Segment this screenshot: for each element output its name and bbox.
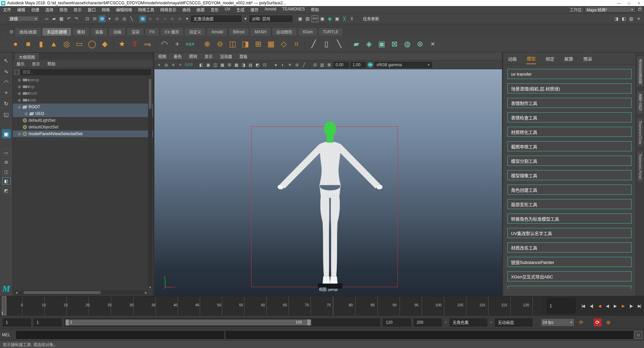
viewport-toolbar-icon[interactable]: ◧	[198, 62, 204, 68]
viewport-menu-item[interactable]: 着色	[170, 53, 185, 59]
tool-button[interactable]: 表情检查工具	[507, 112, 632, 122]
viewport-toolbar-icon[interactable]: ╱	[301, 62, 307, 68]
playback-button[interactable]: ▶	[614, 304, 616, 308]
sidebar-toggle-icon[interactable]: ≡	[635, 15, 642, 22]
shelf-tool-icon[interactable]: ⌗	[290, 38, 303, 50]
workspace-select[interactable]: Maya 经典*▼	[585, 7, 635, 12]
dock-tab[interactable]: 通道盒/层编辑器	[636, 56, 644, 87]
shelf-tab[interactable]: Bifrost	[228, 28, 249, 36]
snap-icon[interactable]: ∩	[147, 15, 153, 22]
render-icon[interactable]: ▣	[334, 15, 340, 22]
viewport-toolbar-icon[interactable]: ⊡	[261, 62, 268, 68]
render-icon[interactable]: ▤	[304, 15, 311, 22]
shelf-menu-icon[interactable]: ⊟	[8, 28, 15, 35]
layout-shortcut-button[interactable]: ◫	[2, 168, 11, 175]
timeline-ruler[interactable]: 1 51015202530354045505560657075808590951…	[0, 296, 544, 315]
undo-icon[interactable]: ↶	[65, 15, 72, 22]
viewport-toolbar-icon[interactable]: ▥	[319, 62, 325, 68]
shelf-tool-icon[interactable]: ★	[116, 38, 128, 50]
viewport-toolbar-icon[interactable]: ◫	[212, 62, 219, 68]
tool-panel-tab[interactable]: 预演	[583, 53, 593, 64]
tool-panel-tab[interactable]: 动画	[507, 53, 517, 64]
shelf-tab[interactable]: TURTLE	[318, 28, 343, 36]
sidebar-toggle-icon[interactable]: ▥	[628, 15, 635, 22]
range-slider[interactable]: 1 120	[64, 318, 380, 326]
shelf-tool-icon[interactable]: ◍	[401, 38, 413, 50]
sidebar-toggle-icon[interactable]: ◨	[613, 15, 620, 22]
tool-panel-tab[interactable]: 解算	[564, 53, 574, 64]
tool-icon[interactable]: ◠	[2, 77, 11, 87]
tool-button[interactable]: 链接SubstancePainter	[507, 257, 632, 267]
shelf-tool-icon[interactable]: ●	[9, 38, 21, 50]
selection-mode-icon[interactable]: ⊟	[91, 15, 98, 22]
tool-button[interactable]: uv transfer	[507, 69, 632, 79]
menu-item[interactable]: UV	[222, 7, 233, 12]
view-transform-select[interactable]: sRGB gamma▼	[374, 62, 432, 68]
shelf-tool-icon[interactable]: ◯	[86, 38, 98, 50]
animation-start-field[interactable]: 1	[3, 318, 31, 326]
outliner-title-tab[interactable]: 大纲视图	[15, 53, 39, 60]
outliner-row[interactable]: ⊞ persp	[13, 77, 153, 83]
tool-icon[interactable]: ◱	[2, 110, 11, 119]
outliner-row[interactable]: ⊞ side	[13, 97, 153, 104]
character-set-field[interactable]: 无角色集	[450, 318, 487, 326]
shelf-tab[interactable]: 自定义	[184, 28, 206, 36]
shelf-tab[interactable]: MASH	[250, 28, 271, 36]
task-update-button[interactable]: 任务更新	[360, 16, 382, 22]
shelf-tool-icon[interactable]: ◆	[99, 38, 111, 50]
playback-button[interactable]: |◀	[582, 304, 584, 308]
shelf-tool-icon[interactable]: ◨	[239, 38, 251, 50]
shelf-tool-icon[interactable]: ◈	[363, 38, 375, 50]
snap-icon[interactable]: ∩	[154, 15, 161, 22]
shelf-icons-grip[interactable]: ⋮⋮	[1, 42, 9, 46]
shelf-tool-icon[interactable]: ◎	[60, 38, 73, 50]
menu-item[interactable]: 窗口	[85, 7, 99, 12]
group-grip[interactable]: ⋮⋮	[0, 17, 7, 21]
viewport-toolbar-icon[interactable]: ⊟	[312, 62, 318, 68]
playback-start-field[interactable]: 1	[34, 318, 62, 326]
viewport-toolbar-icon[interactable]: ◎	[163, 62, 170, 68]
tool-button[interactable]: 材质转化工具	[507, 127, 632, 137]
outliner-menu-item[interactable]: 展示	[13, 61, 28, 67]
shelf-tool-icon[interactable]: ◫	[227, 38, 239, 50]
menu-item[interactable]: 文件	[0, 7, 14, 12]
maximize-button[interactable]: □	[624, 1, 634, 5]
playback-button[interactable]: ◀	[606, 304, 608, 308]
outliner-menu-item[interactable]: 帮助	[44, 61, 59, 67]
tool-button[interactable]: 模型镜像工具	[507, 170, 632, 180]
dock-tab[interactable]: TeamonesTools	[637, 117, 643, 147]
snap-icon[interactable]: ∩	[162, 15, 168, 22]
command-input[interactable]	[16, 331, 224, 339]
tool-button[interactable]: 转换角色为标准模型工具	[507, 214, 632, 224]
tool-button[interactable]: 材质改名工具	[507, 242, 632, 253]
menu-item[interactable]: 修改	[56, 7, 71, 12]
viewport-toolbar-icon[interactable]: +	[177, 62, 184, 68]
outliner-horizontal-scrollbar[interactable]: ◀▶	[14, 291, 148, 295]
tool-icon[interactable]: ∿	[2, 67, 11, 76]
shelf-tool-icon[interactable]: ⊠	[388, 38, 401, 50]
viewport-toolbar-icon[interactable]: ●	[272, 62, 279, 68]
layout-shortcut-button[interactable]: ▭	[2, 149, 11, 156]
selection-mode-icon[interactable]: ▾	[106, 15, 113, 22]
shelf-tab[interactable]: Arnold	[206, 28, 228, 36]
viewport-toolbar-icon[interactable]: ◩	[254, 62, 261, 68]
fps-select[interactable]: 24 fps▼	[541, 318, 574, 326]
tool-button[interactable]: UV集改默认名字工具	[507, 228, 632, 238]
shelf-tab[interactable]: FX 缓存	[160, 28, 184, 36]
shelf-tool-icon[interactable]: svg	[141, 38, 153, 50]
anim-layer-field[interactable]: 无动画层	[495, 318, 533, 326]
layout-shortcut-button[interactable]: ◧	[2, 177, 11, 185]
tool-button[interactable]: 场景清理(相机,层,材质球)	[507, 83, 632, 93]
tool-button[interactable]: 模型分割工具	[507, 156, 632, 166]
playback-button[interactable]: ◀|	[590, 304, 593, 308]
shelf-tab[interactable]: XGen	[298, 28, 318, 36]
menu-item[interactable]: 网格工具	[135, 7, 157, 12]
tool-button[interactable]: XGen交互式导出ABC	[507, 271, 632, 281]
range-start-handle[interactable]	[65, 319, 69, 325]
render-icon[interactable]: ▣	[319, 15, 326, 22]
shelf-tab[interactable]: 曲线/曲面	[15, 28, 41, 36]
active-surface-field[interactable]: 无激活曲面	[191, 15, 241, 22]
viewport-toolbar-icon[interactable]: ≡	[170, 62, 177, 68]
menu-item[interactable]: 创建	[28, 7, 42, 12]
layout-shortcut-button[interactable]: ⊞	[2, 158, 11, 166]
